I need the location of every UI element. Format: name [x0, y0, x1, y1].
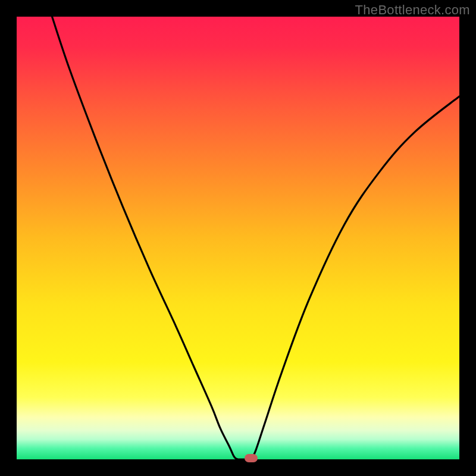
svg-rect-0	[17, 17, 459, 459]
minimum-marker	[245, 454, 258, 462]
chart-frame	[17, 17, 459, 459]
gradient-background	[17, 17, 459, 459]
watermark-text: TheBottleneck.com	[355, 2, 470, 18]
